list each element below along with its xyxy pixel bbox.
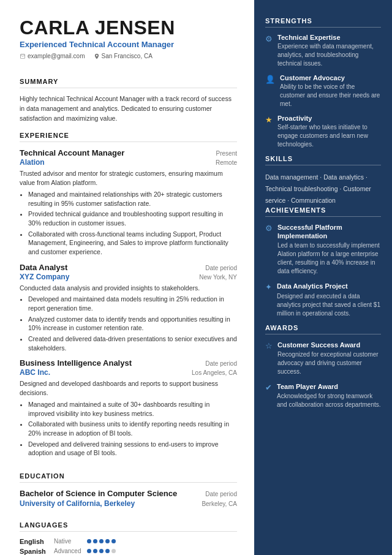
job-3-date: Date period xyxy=(205,360,237,367)
dot xyxy=(111,549,116,553)
bullet: Managed and maintained relationships wit… xyxy=(28,190,237,208)
job-1-location: Remote xyxy=(216,159,237,166)
award-1-icon: ☆ xyxy=(265,341,273,350)
dot xyxy=(87,549,91,553)
bullet: Collaborated with business units to iden… xyxy=(28,420,237,437)
strengths-section: STRENGTHS ⚙ Technical Expertise Experien… xyxy=(265,17,381,155)
location-contact: San Francisco, CA xyxy=(94,53,153,59)
left-column: CARLA JENSEN Experienced Technical Accou… xyxy=(0,0,254,555)
skills-text: Data management · Data analytics · Techn… xyxy=(265,172,381,206)
strength-3-content: Proactivity Self-starter who takes initi… xyxy=(277,115,381,149)
job-2-title: Data Analyst xyxy=(20,263,67,272)
dot xyxy=(99,539,104,543)
strength-1-content: Technical Expertise Experience with data… xyxy=(277,34,381,68)
job-1-company: Alation xyxy=(20,158,45,167)
achievement-1-content: Successful Platform Implementation Led a… xyxy=(277,223,381,276)
job-3-title: Business Intelligence Analyst xyxy=(20,358,132,368)
bullet: Developed and delivered training session… xyxy=(28,440,237,458)
award-2-content: Team Player Award Acknowledged for stron… xyxy=(277,382,381,409)
dot xyxy=(99,549,104,553)
languages-heading: LANGUAGES xyxy=(20,521,237,532)
job-3-bullets: Managed and maintained a suite of 30+ da… xyxy=(20,400,237,458)
strength-2-desc: Ability to be the voice of the customer … xyxy=(280,83,381,108)
summary-text: Highly technical Technical Account Manag… xyxy=(20,94,237,123)
awards-section: AWARDS ☆ Customer Success Award Recogniz… xyxy=(265,324,381,416)
bullet: Provided technical guidance and troubles… xyxy=(28,210,237,227)
job-3-location: Los Angeles, CA xyxy=(192,369,237,376)
lang-english: English Native xyxy=(20,538,237,545)
awards-heading: AWARDS xyxy=(265,324,381,334)
bullet: Created and delivered data-driven presen… xyxy=(28,334,237,352)
job-2-desc: Conducted data analysis and provided ins… xyxy=(20,284,237,293)
award-2-desc: Acknowledged for strong teamwork and col… xyxy=(277,392,381,409)
education-section: EDUCATION Bachelor of Science in Compute… xyxy=(20,464,237,513)
right-column: STRENGTHS ⚙ Technical Expertise Experien… xyxy=(254,0,392,555)
name: CARLA JENSEN xyxy=(20,17,237,39)
dot xyxy=(105,539,110,543)
job-title: Experienced Technical Account Manager xyxy=(20,40,237,49)
lang-name: English xyxy=(20,538,49,545)
job-3-company: ABC Inc. xyxy=(20,368,50,377)
achievement-1-desc: Led a team to successfully implement Ala… xyxy=(277,241,381,276)
strength-3: ★ Proactivity Self-starter who takes ini… xyxy=(265,115,381,149)
award-1-name: Customer Success Award xyxy=(277,341,381,349)
achievement-2-name: Data Analytics Project xyxy=(277,282,381,290)
edu-date: Date period xyxy=(205,491,237,497)
award-1: ☆ Customer Success Award Recognized for … xyxy=(265,341,381,376)
bullet: Managed and maintained a suite of 30+ da… xyxy=(28,400,237,418)
summary-section: SUMMARY Highly technical Technical Accou… xyxy=(20,69,237,123)
strengths-heading: STRENGTHS xyxy=(265,17,381,28)
job-3: Business Intelligence Analyst Date perio… xyxy=(20,358,237,458)
achievement-1: ⚙ Successful Platform Implementation Led… xyxy=(265,223,381,276)
experience-section: EXPERIENCE Technical Account Manager Pre… xyxy=(20,123,237,464)
award-1-content: Customer Success Award Recognized for ex… xyxy=(277,341,381,376)
job-1-title: Technical Account Manager xyxy=(20,148,124,157)
dot xyxy=(93,539,97,543)
job-2-date: Date period xyxy=(205,265,237,271)
edu-location: Berkeley, CA xyxy=(202,500,237,507)
job-1-desc: Trusted advisor and mentor for strategic… xyxy=(20,169,237,187)
job-2-company: XYZ Company xyxy=(20,273,69,281)
skills-section: SKILLS Data management · Data analytics … xyxy=(265,155,381,206)
proactivity-icon: ★ xyxy=(265,115,273,124)
strength-3-name: Proactivity xyxy=(277,115,381,122)
bullet: Developed and maintained data models res… xyxy=(28,295,237,312)
achievements-heading: ACHIEVEMENTS xyxy=(265,206,381,217)
strength-1: ⚙ Technical Expertise Experience with da… xyxy=(265,34,381,68)
languages-section: LANGUAGES English Native Spanish Advance… xyxy=(20,513,237,555)
contact-info: example@gmail.com San Francisco, CA xyxy=(20,53,237,59)
lang-level: Advanced xyxy=(54,548,82,554)
job-1-date: Present xyxy=(216,150,237,157)
strength-2-name: Customer Advocacy xyxy=(280,74,381,81)
email-icon xyxy=(20,53,26,59)
job-2-location: New York, NY xyxy=(199,274,237,281)
strength-1-name: Technical Expertise xyxy=(277,34,381,41)
achievements-section: ACHIEVEMENTS ⚙ Successful Platform Imple… xyxy=(265,206,381,324)
edu-degree: Bachelor of Science in Computer Science xyxy=(20,489,177,498)
bullet: Analyzed customer data to identify trend… xyxy=(28,315,237,333)
achievement-1-name: Successful Platform Implementation xyxy=(277,223,381,241)
lang-spanish: Spanish Advanced xyxy=(20,548,237,555)
advocacy-icon: 👤 xyxy=(265,75,275,84)
award-2: ✔ Team Player Award Acknowledged for str… xyxy=(265,382,381,409)
award-2-name: Team Player Award xyxy=(277,382,381,391)
email-contact: example@gmail.com xyxy=(20,53,85,59)
lang-dots-english xyxy=(87,539,116,543)
technical-icon: ⚙ xyxy=(265,34,273,43)
lang-dots-spanish xyxy=(87,549,116,553)
achievement-2-content: Data Analytics Project Designed and exec… xyxy=(277,282,381,317)
job-3-desc: Designed and developed dashboards and re… xyxy=(20,379,237,397)
bullet: Collaborated with cross-functional teams… xyxy=(28,230,237,257)
job-2: Data Analyst Date period XYZ Company New… xyxy=(20,263,237,353)
job-1: Technical Account Manager Present Alatio… xyxy=(20,148,237,256)
dot xyxy=(105,549,110,553)
job-2-bullets: Developed and maintained data models res… xyxy=(20,295,237,352)
job-1-bullets: Managed and maintained relationships wit… xyxy=(20,190,237,257)
dot xyxy=(93,549,97,553)
experience-heading: EXPERIENCE xyxy=(20,132,237,142)
dot xyxy=(111,539,116,543)
location-icon xyxy=(94,53,100,59)
achievement-1-icon: ⚙ xyxy=(265,224,273,233)
strength-2-content: Customer Advocacy Ability to be the voic… xyxy=(280,74,381,108)
education-heading: EDUCATION xyxy=(20,472,237,483)
